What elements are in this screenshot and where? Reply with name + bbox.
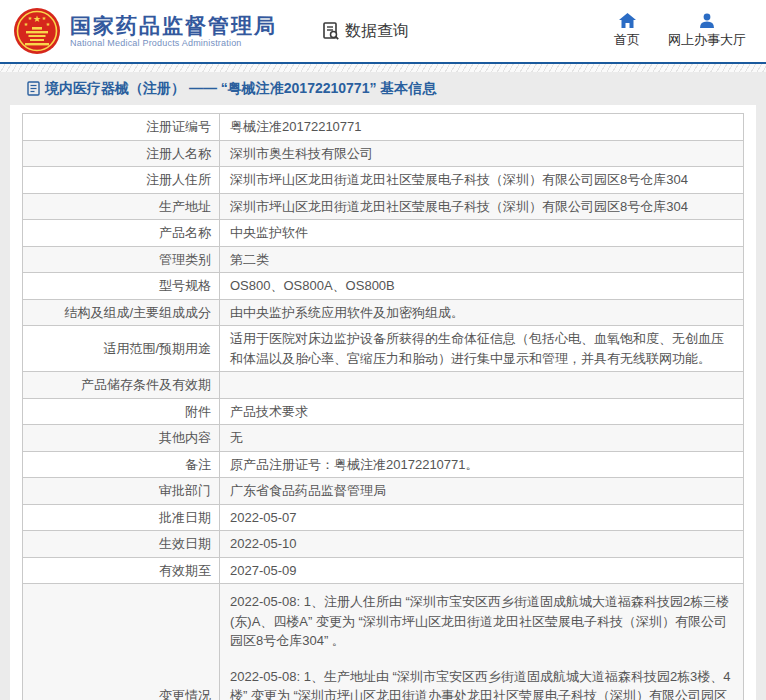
registration-info-table: 注册证编号粤械注准20172210771注册人名称深圳市奥生科技有限公司注册人住… [22, 113, 744, 700]
content-panel: 注册证编号粤械注准20172210771注册人名称深圳市奥生科技有限公司注册人住… [10, 105, 756, 700]
table-row: 注册人名称深圳市奥生科技有限公司 [23, 140, 744, 167]
row-label: 备注 [23, 451, 220, 478]
table-row: 注册人住所深圳市坪山区龙田街道龙田社区莹展电子科技（深圳）有限公司园区8号仓库3… [23, 167, 744, 194]
table-row: 生效日期2022-05-10 [23, 531, 744, 558]
row-label: 有效期至 [23, 557, 220, 584]
row-label: 型号规格 [23, 273, 220, 300]
row-value: 无 [220, 425, 744, 452]
table-row: 有效期至2027-05-09 [23, 557, 744, 584]
row-label: 产品储存条件及有效期 [23, 372, 220, 399]
row-label: 批准日期 [23, 504, 220, 531]
row-value: 深圳市坪山区龙田街道龙田社区莹展电子科技（深圳）有限公司园区8号仓库304 [220, 193, 744, 220]
table-row: 结构及组成/主要组成成分由中央监护系统应用软件及加密狗组成。 [23, 299, 744, 326]
header-nav: 首页 网上办事大厅 [614, 13, 746, 49]
breadcrumb-text: 境内医疗器械（注册） —— “粤械注准20172210771” 基本信息 [45, 80, 436, 98]
row-label: 注册证编号 [23, 114, 220, 141]
row-label: 生产地址 [23, 193, 220, 220]
home-icon [619, 13, 636, 28]
row-value: 中央监护软件 [220, 220, 744, 247]
agency-name-cn: 国家药品监督管理局 [70, 14, 277, 38]
row-value [220, 372, 744, 399]
table-row: 适用范围/预期用途适用于医院对床边监护设备所获得的生命体征信息（包括心电、血氧饱… [23, 326, 744, 372]
table-row: 其他内容无 [23, 425, 744, 452]
svg-text:★: ★ [24, 21, 29, 27]
row-label: 适用范围/预期用途 [23, 326, 220, 372]
nav-online-hall-label: 网上办事大厅 [668, 31, 746, 49]
svg-text:★: ★ [46, 21, 51, 27]
row-value: 第二类 [220, 246, 744, 273]
row-value: OS800、OS800A、OS800B [220, 273, 744, 300]
row-value: 产品技术要求 [220, 398, 744, 425]
nav-online-hall[interactable]: 网上办事大厅 [668, 13, 746, 49]
page-doc-icon [27, 81, 40, 96]
hatch-band [0, 64, 766, 72]
row-label: 注册人名称 [23, 140, 220, 167]
change-paragraph: 2022-05-08: 1、注册人住所由 “深圳市宝安区西乡街道固成航城大道福森… [230, 592, 733, 651]
row-label: 产品名称 [23, 220, 220, 247]
table-row: 附件产品技术要求 [23, 398, 744, 425]
table-row: 产品名称中央监护软件 [23, 220, 744, 247]
data-query-label: 数据查询 [345, 21, 409, 42]
row-value: 深圳市奥生科技有限公司 [220, 140, 744, 167]
table-row: 备注原产品注册证号：粤械注准20172210771。 [23, 451, 744, 478]
table-row: 审批部门广东省食品药品监督管理局 [23, 478, 744, 505]
nav-home-label: 首页 [614, 31, 640, 49]
document-search-icon [321, 21, 341, 41]
table-row: 产品储存条件及有效期 [23, 372, 744, 399]
change-paragraph: 2022-05-08: 1、生产地址由 “深圳市宝安区西乡街道固成航城大道福森科… [230, 667, 733, 700]
row-value: 由中央监护系统应用软件及加密狗组成。 [220, 299, 744, 326]
row-value: 2022-05-07 [220, 504, 744, 531]
header: ★ ★ ★ ★ ★ 国家药品监督管理局 National Medical Pro… [0, 0, 766, 62]
agency-name-en: National Medical Products Administration [70, 38, 277, 48]
svg-text:★: ★ [28, 15, 33, 21]
row-value: 2027-05-09 [220, 557, 744, 584]
row-label: 审批部门 [23, 478, 220, 505]
row-value: 粤械注准20172210771 [220, 114, 744, 141]
row-label: 结构及组成/主要组成成分 [23, 299, 220, 326]
row-value: 广东省食品药品监督管理局 [220, 478, 744, 505]
table-row: 管理类别第二类 [23, 246, 744, 273]
row-label: 变更情况 [23, 584, 220, 700]
row-label: 其他内容 [23, 425, 220, 452]
row-label: 注册人住所 [23, 167, 220, 194]
table-row: 生产地址深圳市坪山区龙田街道龙田社区莹展电子科技（深圳）有限公司园区8号仓库30… [23, 193, 744, 220]
table-row: 批准日期2022-05-07 [23, 504, 744, 531]
table-row: 变更情况2022-05-08: 1、注册人住所由 “深圳市宝安区西乡街道固成航城… [23, 584, 744, 700]
row-value: 适用于医院对床边监护设备所获得的生命体征信息（包括心电、血氧饱和度、无创血压和体… [220, 326, 744, 372]
row-label: 管理类别 [23, 246, 220, 273]
nav-home[interactable]: 首页 [614, 13, 640, 49]
row-value: 2022-05-10 [220, 531, 744, 558]
nmpa-emblem-icon: ★ ★ ★ ★ ★ [13, 7, 61, 55]
row-label: 生效日期 [23, 531, 220, 558]
user-icon [699, 13, 715, 28]
table-row: 型号规格OS800、OS800A、OS800B [23, 273, 744, 300]
svg-text:★: ★ [42, 15, 47, 21]
row-label: 附件 [23, 398, 220, 425]
breadcrumb: 境内医疗器械（注册） —— “粤械注准20172210771” 基本信息 [0, 72, 766, 105]
row-value: 原产品注册证号：粤械注准20172210771。 [220, 451, 744, 478]
row-value: 2022-05-08: 1、注册人住所由 “深圳市宝安区西乡街道固成航城大道福森… [220, 584, 744, 700]
table-row: 注册证编号粤械注准20172210771 [23, 114, 744, 141]
row-value: 深圳市坪山区龙田街道龙田社区莹展电子科技（深圳）有限公司园区8号仓库304 [220, 167, 744, 194]
data-query-tab[interactable]: 数据查询 [321, 21, 409, 42]
svg-text:★: ★ [33, 14, 41, 24]
agency-title: 国家药品监督管理局 National Medical Products Admi… [70, 14, 277, 48]
